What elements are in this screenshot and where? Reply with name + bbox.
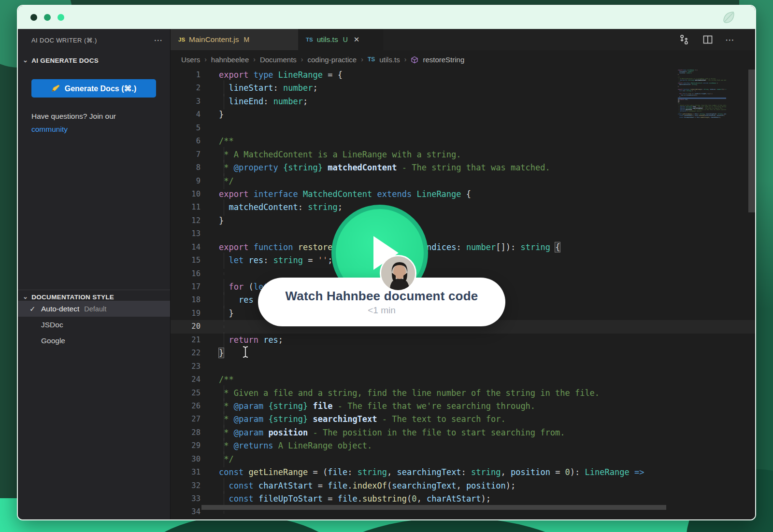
line-number[interactable]: 14 bbox=[171, 241, 200, 254]
code-line[interactable]: 8 * @property {string} matchedContent - … bbox=[171, 161, 755, 174]
code-line[interactable]: 30 */ bbox=[171, 453, 755, 466]
line-number[interactable]: 28 bbox=[171, 426, 200, 439]
line-number[interactable]: 32 bbox=[171, 479, 200, 492]
line-number[interactable]: 6 bbox=[171, 135, 200, 148]
presenter-avatar[interactable] bbox=[380, 255, 416, 292]
breadcrumb-item[interactable]: Documents bbox=[260, 56, 297, 64]
code-line[interactable]: 24/** bbox=[171, 373, 755, 386]
code-line[interactable]: 27 * @param {string} searchingText - The… bbox=[171, 413, 755, 426]
line-number[interactable]: 15 bbox=[171, 254, 200, 267]
line-number[interactable]: 22 bbox=[171, 347, 200, 360]
style-option-google[interactable]: Google bbox=[18, 333, 170, 349]
code-line[interactable]: 15 let res: string = ''; bbox=[171, 254, 755, 267]
code-line[interactable]: 12} bbox=[171, 214, 755, 227]
code-line[interactable]: 6/** bbox=[171, 135, 755, 148]
line-number[interactable]: 9 bbox=[171, 175, 200, 188]
line-number[interactable]: 7 bbox=[171, 148, 200, 161]
line-number[interactable]: 24 bbox=[171, 373, 200, 386]
editor-actions: ⋯ bbox=[678, 29, 735, 50]
code-line[interactable]: 9 */ bbox=[171, 175, 755, 188]
open-changes-icon[interactable] bbox=[678, 33, 690, 46]
video-card-duration: <1 min bbox=[368, 305, 396, 316]
code-line[interactable]: 28 * @param position - The position in t… bbox=[171, 426, 755, 439]
line-number[interactable]: 20 bbox=[171, 320, 200, 333]
code-line[interactable]: 25 * Given a file and a string, find the… bbox=[171, 387, 755, 400]
code-line[interactable]: 5 bbox=[171, 122, 755, 135]
line-number[interactable]: 12 bbox=[171, 214, 200, 227]
code-line[interactable]: 23 bbox=[171, 360, 755, 373]
line-number[interactable]: 16 bbox=[171, 267, 200, 280]
vertical-scrollbar-thumb[interactable] bbox=[748, 70, 755, 212]
breadcrumb-item[interactable]: coding-practice bbox=[307, 56, 357, 64]
code-line[interactable]: 26 * @param {string} file - The file tha… bbox=[171, 400, 755, 413]
watch-video-card[interactable]: Watch Hahnbee document code <1 min bbox=[258, 278, 505, 326]
traffic-light-zoom[interactable] bbox=[57, 14, 64, 21]
more-actions-icon[interactable]: ⋯ bbox=[154, 35, 162, 45]
line-number[interactable]: 4 bbox=[171, 108, 200, 121]
tab-utils-ts[interactable]: TS utils.ts U ✕ bbox=[298, 29, 383, 50]
chevron-down-icon[interactable]: ⌄ bbox=[23, 56, 28, 64]
section-documentation-style[interactable]: ⌄ DOCUMENTATION STYLE bbox=[23, 294, 114, 301]
code-line[interactable]: 4} bbox=[171, 108, 755, 121]
code-line[interactable]: 21 return res; bbox=[171, 334, 755, 347]
community-link[interactable]: community bbox=[31, 125, 68, 134]
close-icon[interactable]: ✕ bbox=[354, 35, 360, 44]
style-option-jsdoc[interactable]: JSDoc bbox=[18, 317, 170, 333]
line-number[interactable]: 3 bbox=[171, 95, 200, 108]
style-option-default-badge: Default bbox=[84, 305, 106, 313]
breadcrumb-item[interactable]: Users bbox=[181, 56, 200, 64]
code-line[interactable]: 1export type LineRange = { bbox=[171, 69, 755, 82]
line-number[interactable]: 34 bbox=[171, 505, 200, 518]
traffic-light-close[interactable] bbox=[30, 14, 37, 21]
line-number[interactable]: 11 bbox=[171, 201, 200, 214]
line-number[interactable]: 23 bbox=[171, 360, 200, 373]
line-number[interactable]: 30 bbox=[171, 453, 200, 466]
breadcrumb-file[interactable]: utils.ts bbox=[379, 56, 400, 64]
horizontal-scrollbar-thumb[interactable] bbox=[201, 505, 666, 510]
line-number[interactable]: 13 bbox=[171, 227, 200, 240]
line-number[interactable]: 17 bbox=[171, 280, 200, 294]
line-number[interactable]: 21 bbox=[171, 334, 200, 347]
generate-docs-button[interactable]: Generate Docs (⌘.) bbox=[31, 79, 156, 98]
line-number[interactable]: 18 bbox=[171, 294, 200, 307]
writing-hand-icon bbox=[51, 84, 60, 93]
editor-pane: JS MainContent.js M TS utils.ts U ✕ bbox=[171, 29, 755, 519]
section-title: DOCUMENTATION STYLE bbox=[31, 294, 114, 301]
line-number[interactable]: 25 bbox=[171, 387, 200, 400]
code-line[interactable]: 33 const fileUpToStart = file.substring(… bbox=[171, 492, 755, 505]
minimap[interactable]: export type LineRange = { lineStart: num… bbox=[678, 70, 726, 519]
line-number[interactable]: 29 bbox=[171, 439, 200, 452]
style-option-auto-detect[interactable]: ✓ Auto-detect Default bbox=[18, 301, 170, 317]
line-number[interactable]: 1 bbox=[171, 69, 200, 82]
line-number[interactable]: 26 bbox=[171, 400, 200, 413]
code-line[interactable]: 14export function restoreString(s: strin… bbox=[171, 241, 755, 254]
traffic-light-minimize[interactable] bbox=[44, 14, 51, 21]
more-actions-icon[interactable]: ⋯ bbox=[725, 34, 735, 45]
line-number[interactable]: 8 bbox=[171, 161, 200, 174]
code-line[interactable]: 32 const charAtStart = file.indexOf(sear… bbox=[171, 479, 755, 492]
code-line[interactable]: 13 bbox=[171, 227, 755, 240]
line-number[interactable]: 19 bbox=[171, 307, 200, 320]
code-line[interactable]: 11 matchedContent: string; bbox=[171, 201, 755, 214]
js-file-icon: JS bbox=[178, 37, 185, 42]
line-number[interactable]: 33 bbox=[171, 492, 200, 505]
line-number[interactable]: 27 bbox=[171, 413, 200, 426]
line-number[interactable]: 31 bbox=[171, 466, 200, 479]
code-line[interactable]: 3 lineEnd: number; bbox=[171, 95, 755, 108]
split-editor-icon[interactable] bbox=[702, 34, 714, 45]
tab-maincontent-js[interactable]: JS MainContent.js M bbox=[171, 29, 298, 50]
line-number[interactable]: 2 bbox=[171, 82, 200, 95]
code-line[interactable]: 7 * A MatchedContent is a LineRange with… bbox=[171, 148, 755, 161]
section-ai-generate-docs[interactable]: ⌄ AI GENERATE DOCS bbox=[23, 57, 99, 64]
code-line[interactable]: 10export interface MatchedContent extend… bbox=[171, 188, 755, 201]
code-line[interactable]: 2 lineStart: number; bbox=[171, 82, 755, 95]
breadcrumb-item[interactable]: hahnbeelee bbox=[211, 56, 249, 64]
code-line[interactable]: 29 * @returns A LineRange object. bbox=[171, 439, 755, 452]
line-number[interactable]: 5 bbox=[171, 122, 200, 135]
breadcrumb-symbol[interactable]: restoreString bbox=[423, 56, 464, 64]
line-number[interactable]: 10 bbox=[171, 188, 200, 201]
code-line[interactable]: 31const getLineRange = (file: string, se… bbox=[171, 466, 755, 479]
tab-label: MainContent.js bbox=[189, 35, 239, 44]
chevron-down-icon[interactable]: ⌄ bbox=[23, 293, 28, 300]
code-line[interactable]: 22} bbox=[171, 347, 755, 360]
